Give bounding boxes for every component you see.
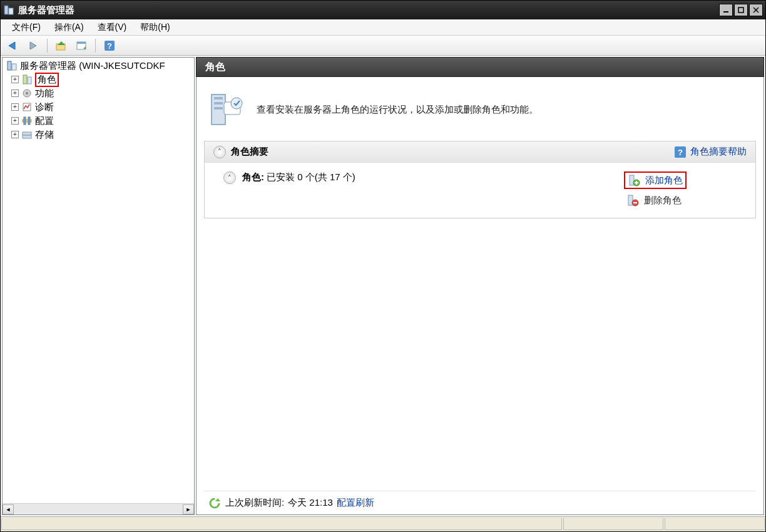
status-main [1,518,562,530]
expander-icon[interactable]: + [11,117,19,125]
toolbar-separator [47,39,48,53]
window-controls [718,4,763,16]
summary-panel: ˄ 角色摘要 ? 角色摘要帮助 ˄ [204,141,756,218]
menu-file[interactable]: 文件(F) [6,20,47,35]
svg-rect-25 [23,132,31,135]
tree-item-features[interactable]: + 功能 [3,86,194,100]
help-icon: ? [674,146,687,158]
tree-label-roles: 角色 [35,73,59,87]
toolbar-separator-2 [95,39,96,53]
content-title: 角色 [205,61,225,74]
server-manager-icon [3,4,14,16]
svg-point-20 [26,92,28,95]
expander-icon[interactable]: + [11,90,19,97]
scroll-right-button[interactable]: ► [183,504,194,514]
tree-root-label: 服务器管理器 (WIN-JKESUTCDKF [20,60,165,72]
svg-text:?: ? [678,148,683,157]
svg-point-32 [231,98,242,109]
remove-role-label: 删除角色 [644,195,682,207]
menubar: 文件(F) 操作(A) 查看(V) 帮助(H) [1,19,765,36]
tree-item-roles[interactable]: + 角色 [3,73,194,86]
tree-item-diagnostics[interactable]: + 诊断 [3,100,194,114]
svg-rect-28 [214,97,223,100]
server-role-icon [205,90,245,130]
svg-rect-18 [28,77,31,84]
tree-label-configuration: 配置 [35,115,54,127]
toolbar: ? [1,36,765,56]
status-cell-2 [665,518,765,530]
forward-button[interactable] [24,38,42,54]
content-header: 角色 [196,57,764,77]
svg-text:?: ? [107,41,112,51]
config-refresh-link[interactable]: 配置刷新 [337,497,374,509]
last-refresh-label: 上次刷新时间: [225,497,284,509]
summary-body: ˄ 角色: 已安装 0 个(共 17 个) 添加角色 [205,163,755,218]
minimize-button[interactable] [719,4,733,16]
svg-rect-0 [4,6,8,14]
storage-icon [21,129,33,140]
collapse-icon[interactable]: ˄ [213,146,226,158]
configuration-icon [21,115,33,126]
roles-label: 角色 [242,171,261,182]
tree-label-storage: 存储 [35,129,54,141]
server-icon [6,60,18,71]
svg-marker-6 [9,42,15,49]
titlebar-left: 服务器管理器 [3,4,74,16]
intro-section: 查看安装在服务器上角色的运行状况，以及添加或删除角色和功能。 [204,83,756,141]
svg-rect-26 [23,135,31,138]
help-button[interactable]: ? [101,38,118,54]
scroll-left-button[interactable]: ◄ [3,504,14,514]
close-button[interactable] [749,4,763,16]
summary-title: 角色摘要 [231,146,268,158]
remove-role-icon [626,194,639,207]
content-pane: 角色 查看安装在服务器上角 [196,57,764,515]
expander-icon[interactable]: + [11,76,19,83]
svg-rect-23 [24,117,26,125]
summary-help-link[interactable]: ? 角色摘要帮助 [674,146,747,158]
intro-text: 查看安装在服务器上角色的运行状况，以及添加或删除角色和功能。 [257,104,538,116]
titlebar: 服务器管理器 [1,1,765,19]
content-footer: 上次刷新时间: 今天 21:13 配置刷新 [204,491,756,514]
add-role-label: 添加角色 [645,175,683,187]
tree-content[interactable]: 服务器管理器 (WIN-JKESUTCDKF + 角色 + 功能 [3,58,194,503]
summary-help-label: 角色摘要帮助 [690,146,747,158]
up-folder-button[interactable] [53,38,70,54]
last-refresh-value: 今天 21:13 [288,497,333,509]
collapse-icon[interactable]: ˄ [223,171,236,184]
svg-rect-17 [23,75,27,84]
tree-label-diagnostics: 诊断 [35,101,54,113]
svg-rect-29 [214,102,223,105]
tree-label-features: 功能 [35,88,54,100]
body-area: 服务器管理器 (WIN-JKESUTCDKF + 角色 + 功能 [1,56,765,516]
refresh-icon [208,496,222,510]
add-role-icon [628,174,640,187]
svg-rect-15 [8,61,11,70]
roles-icon [21,74,33,85]
add-role-link[interactable]: 添加角色 [624,171,687,189]
summary-header-left: ˄ 角色摘要 [213,146,268,158]
menu-help[interactable]: 帮助(H) [134,20,176,35]
window-title: 服务器管理器 [18,4,74,16]
properties-button[interactable] [73,38,90,54]
expander-icon[interactable]: + [11,131,19,138]
expander-icon[interactable]: + [11,103,19,111]
svg-rect-1 [9,8,13,14]
svg-marker-7 [30,42,36,49]
tree-horizontal-scrollbar[interactable]: ◄ ► [3,503,194,514]
tree-item-storage[interactable]: + 存储 [3,128,194,141]
roles-installed-row: ˄ 角色: 已安装 0 个(共 17 个) [223,171,355,208]
tree-pane: 服务器管理器 (WIN-JKESUTCDKF + 角色 + 功能 [2,57,195,515]
maximize-button[interactable] [734,4,748,16]
svg-marker-42 [215,498,220,501]
remove-role-link[interactable]: 删除角色 [624,193,687,208]
menu-action[interactable]: 操作(A) [48,20,90,35]
status-cell-1 [563,518,663,530]
app-window: 服务器管理器 文件(F) 操作(A) 查看(V) 帮助(H) ? [0,0,766,532]
tree-item-configuration[interactable]: + 配置 [3,114,194,128]
menu-view[interactable]: 查看(V) [91,20,133,35]
content-body: 查看安装在服务器上角色的运行状况，以及添加或删除角色和功能。 ˄ 角色摘要 ? … [196,77,764,515]
back-button[interactable] [4,38,22,54]
tree-root[interactable]: 服务器管理器 (WIN-JKESUTCDKF [3,59,194,73]
role-actions: 添加角色 删除角色 [624,171,749,208]
summary-header: ˄ 角色摘要 ? 角色摘要帮助 [205,141,755,163]
